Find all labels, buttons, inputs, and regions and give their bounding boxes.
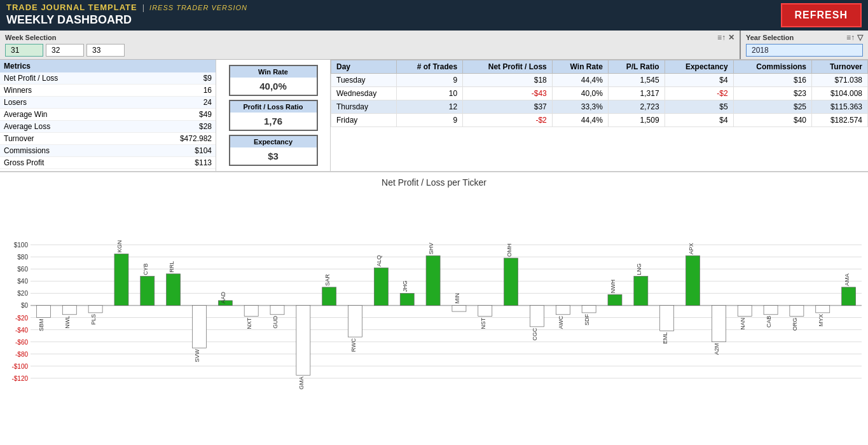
svg-text:KGN: KGN [116, 240, 123, 253]
kpi-boxes: Win Rate 40,0% Profit / Loss Ratio 1,76 … [216, 60, 331, 171]
page-title: WEEKLY DASHBOARD [6, 12, 247, 28]
svg-rect-52 [374, 268, 388, 305]
expectancy-label: Expectancy [230, 136, 317, 147]
svg-text:SVW: SVW [194, 349, 200, 362]
selection-row: Week Selection ≡↑ ✕ 31 32 33 Year Select… [0, 31, 868, 60]
expectancy-box: Expectancy $3 [229, 135, 318, 166]
svg-rect-66 [556, 305, 570, 314]
svg-text:SDF: SDF [584, 313, 590, 325]
week-clear-icon[interactable]: ✕ [728, 33, 734, 42]
svg-rect-42 [244, 305, 258, 316]
svg-text:CYB: CYB [142, 263, 149, 275]
svg-text:NWH: NWH [610, 280, 616, 294]
svg-text:LNG: LNG [636, 263, 642, 275]
table-row: Thursday 12 $37 33,3% 2,723 $5 $25 $115.… [331, 100, 868, 114]
table-row: Average Win$49 [0, 109, 216, 121]
week-cell-32[interactable]: 32 [46, 44, 84, 57]
svg-rect-88 [842, 287, 856, 306]
svg-text:JHG: JHG [402, 280, 408, 292]
divider: | [142, 3, 144, 12]
svg-rect-72 [634, 277, 648, 306]
metrics-col-value-header [132, 60, 216, 72]
week-cell-33[interactable]: 33 [86, 44, 125, 57]
week-selection-panel: Week Selection ≡↑ ✕ 31 32 33 [0, 31, 741, 59]
svg-text:CGC: CGC [532, 327, 538, 341]
year-cell-2018[interactable]: 2018 [746, 44, 863, 57]
week-cells: 31 32 33 [5, 44, 734, 57]
svg-text:-$80: -$80 [15, 351, 28, 358]
svg-rect-36 [167, 274, 181, 306]
svg-rect-86 [816, 305, 830, 312]
svg-text:CAB: CAB [766, 316, 772, 328]
svg-rect-76 [686, 256, 700, 305]
svg-text:EML: EML [662, 332, 668, 345]
week-filter-icon[interactable]: ≡↑ [717, 33, 726, 42]
metrics-section: Metrics Net Profit / Loss$9Winners16Lose… [0, 60, 868, 172]
week-cell-31[interactable]: 31 [5, 44, 43, 57]
svg-text:NST: NST [480, 317, 486, 329]
week-selection-label: Week Selection ≡↑ ✕ [5, 33, 734, 42]
svg-text:SHV: SHV [428, 243, 434, 255]
pl-ratio-box: Profit / Loss Ratio 1,76 [229, 100, 318, 131]
table-row: Net Profit / Loss$9 [0, 72, 216, 85]
svg-rect-56 [426, 256, 440, 305]
table-row: Average Loss$28 [0, 121, 216, 133]
svg-rect-50 [348, 305, 362, 337]
svg-rect-68 [582, 305, 596, 312]
table-row: Commissions$104 [0, 145, 216, 157]
daily-table: Day# of TradesNet Profit / LossWin RateP… [331, 60, 868, 171]
metrics-table: Metrics Net Profit / Loss$9Winners16Lose… [0, 60, 216, 171]
expectancy-value: $3 [230, 147, 317, 165]
svg-text:AAD: AAD [220, 291, 226, 303]
table-row: Friday 9 -$2 44,4% 1,509 $4 $40 $182.574 [331, 114, 868, 127]
metrics-col-header: Metrics [0, 60, 132, 72]
svg-text:$20: $20 [17, 290, 28, 297]
svg-text:RRL: RRL [169, 261, 175, 273]
year-selection-panel: Year Selection ≡↑ ▽ 2018 [741, 31, 868, 59]
svg-rect-30 [88, 305, 102, 312]
pl-ratio-label: Profit / Loss Ratio [230, 101, 317, 113]
svg-rect-82 [764, 305, 778, 314]
svg-text:$80: $80 [17, 254, 28, 261]
svg-text:NAN: NAN [740, 318, 746, 330]
svg-rect-46 [296, 305, 310, 375]
svg-text:ALQ: ALQ [376, 255, 382, 266]
svg-rect-80 [738, 305, 752, 316]
svg-rect-26 [36, 305, 50, 317]
svg-text:$60: $60 [17, 266, 28, 273]
svg-text:AWC: AWC [558, 315, 564, 329]
svg-rect-60 [478, 305, 492, 316]
svg-text:$100: $100 [14, 242, 29, 249]
svg-text:NXT: NXT [246, 317, 252, 329]
svg-text:-$120: -$120 [11, 375, 28, 382]
svg-rect-62 [504, 258, 518, 305]
svg-rect-64 [530, 305, 544, 326]
refresh-button[interactable]: REFRESH [781, 3, 862, 27]
svg-text:SBM: SBM [38, 319, 45, 332]
svg-text:OMH: OMH [506, 243, 513, 257]
svg-rect-28 [62, 305, 76, 314]
svg-text:NWL: NWL [64, 316, 71, 329]
svg-text:AMA: AMA [844, 273, 850, 286]
svg-rect-58 [452, 305, 466, 312]
year-filter-icon[interactable]: ≡↑ [846, 33, 855, 42]
year-selection-label: Year Selection ≡↑ ▽ [746, 33, 863, 42]
svg-rect-78 [712, 305, 726, 341]
svg-rect-44 [270, 305, 284, 314]
svg-text:MYX: MYX [818, 314, 824, 327]
year-clear-icon[interactable]: ▽ [857, 33, 863, 42]
svg-text:-$60: -$60 [15, 339, 28, 346]
svg-rect-32 [114, 254, 128, 305]
win-rate-value: 40,0% [230, 78, 317, 95]
table-row: Wednesday 10 -$43 40,0% 1,317 -$2 $23 $1… [331, 87, 868, 100]
main-content: Metrics Net Profit / Loss$9Winners16Lose… [0, 60, 868, 445]
svg-text:GUD: GUD [272, 315, 279, 329]
bar-chart: $100$80$60$40$20$0-$20-$40-$60-$80-$100-… [0, 189, 868, 445]
chart-title: Net Profit / Loss per Ticker [0, 177, 868, 188]
header: TRADE JOURNAL TEMPLATE | IRESS TRADER VE… [0, 0, 868, 31]
svg-text:ORG: ORG [792, 318, 798, 331]
svg-text:$40: $40 [17, 278, 28, 285]
svg-text:A2M: A2M [713, 343, 720, 355]
table-row: Gross Profit$113 [0, 157, 216, 169]
win-rate-box: Win Rate 40,0% [229, 65, 318, 96]
